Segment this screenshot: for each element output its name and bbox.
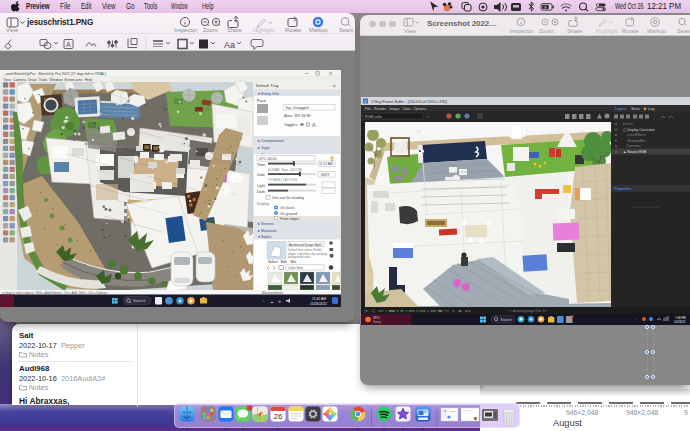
svg-text:File: File: [60, 2, 71, 11]
svg-text:Zoom: Zoom: [203, 27, 218, 33]
svg-text:Inspector: Inspector: [510, 28, 534, 34]
svg-text:Searc: Searc: [339, 27, 354, 33]
svg-text:View: View: [6, 27, 19, 33]
svg-text:Share: Share: [567, 28, 582, 34]
svg-text:or drag to select objects. Shi: or drag to select objects. Shift = Add/S…: [2, 291, 108, 295]
svg-text:26: 26: [274, 412, 283, 421]
svg-text:⌃: ⌃: [635, 318, 638, 322]
svg-text:▢ denoising image Over 1s: ▢ denoising image Over 1s: [509, 309, 546, 313]
svg-text:View: View: [404, 28, 417, 34]
svg-text:Color Sets: Color Sets: [288, 266, 303, 270]
svg-text:▾ Styles: ▾ Styles: [258, 234, 272, 239]
svg-text:06:28 AM Noon 04:01 PM: 06:28 AM Noon 04:01 PM: [268, 168, 303, 172]
svg-text:Highlight: Highlight: [253, 27, 275, 33]
svg-text:▢ Display Correction: ▢ Display Correction: [623, 128, 655, 132]
svg-text:J F M A M J J A S O N D: J F M A M J J A S O N D: [268, 178, 297, 182]
svg-text:View: View: [102, 2, 116, 11]
svg-text:On faces: On faces: [280, 206, 295, 210]
svg-text:Searc: Searc: [677, 28, 690, 34]
svg-text:Default Tray: Default Tray: [256, 83, 279, 88]
svg-text:Light: Light: [257, 184, 265, 188]
svg-text:Aa: Aa: [224, 40, 235, 50]
svg-text:Lens Effects: Lens Effects: [627, 133, 646, 137]
svg-text:V-Ray Frame Buffer - [100.0%: V-Ray Frame Buffer - [100.0% of 1920 x 9…: [371, 100, 447, 104]
svg-text:Highlight: Highlight: [596, 28, 619, 34]
svg-text:Edit: Edit: [81, 2, 92, 11]
svg-text:On ground: On ground: [280, 212, 297, 216]
svg-text:08/29: 08/29: [321, 173, 329, 177]
svg-text:Display:: Display:: [257, 202, 270, 206]
svg-text:Log: Log: [648, 107, 654, 111]
svg-text:×: ×: [333, 84, 336, 89]
svg-text:UTC-06:00: UTC-06:00: [259, 157, 277, 161]
svg-text:10/26/2022: 10/26/2022: [310, 302, 327, 306]
svg-text:Search: Search: [501, 318, 512, 322]
svg-text:Architectural Design Style1: Architectural Design Style1: [289, 243, 322, 247]
svg-text:A: A: [66, 41, 71, 48]
svg-text:Preview: Preview: [26, 2, 50, 11]
svg-text:11:12 AM: 11:12 AM: [319, 162, 333, 166]
svg-text:Measurements: Measurements: [262, 291, 283, 295]
svg-text:RGB color: RGB color: [365, 115, 383, 119]
svg-text:Denoiser: Denoiser: [627, 144, 641, 148]
svg-text:Face: Face: [257, 98, 267, 103]
svg-text:Inspector: Inspector: [174, 27, 197, 33]
svg-text:Layers: Layers: [615, 107, 626, 111]
svg-text:Stats: Stats: [631, 107, 640, 111]
svg-text:Markup: Markup: [309, 27, 328, 33]
svg-text:Use sun for shading: Use sun for shading: [272, 196, 304, 200]
svg-text:Properties: Properties: [614, 187, 631, 191]
svg-text:Select Edit Mix: Select Edit Mix: [268, 260, 296, 264]
svg-text:▾ Entity Info: ▾ Entity Info: [258, 91, 280, 96]
svg-text:...oom/SketchUpPro - SketchUp: ...oom/SketchUpPro - SketchUp Pro 2022 (…: [3, 72, 106, 76]
svg-text:Sunny: Sunny: [373, 320, 382, 324]
svg-text:From edges: From edges: [280, 217, 299, 221]
svg-text:Search: Search: [133, 298, 146, 303]
svg-text:Rotate: Rotate: [622, 28, 639, 34]
svg-text:Go: Go: [126, 2, 135, 11]
svg-text:▸ Materials: ▸ Materials: [258, 228, 277, 233]
svg-text:Time: Time: [257, 163, 265, 167]
svg-text:Rotate: Rotate: [285, 27, 301, 33]
svg-text:Wed Oct 26: Wed Oct 26: [615, 2, 644, 11]
svg-text:▸ Scenes: ▸ Scenes: [258, 221, 274, 226]
svg-text:12:21 PM: 12:21 PM: [647, 2, 681, 11]
svg-text:▸ Components: ▸ Components: [258, 138, 284, 143]
svg-text:Tools: Tools: [144, 2, 158, 11]
svg-text:File Render Image View: File Render Image View Options: [365, 107, 426, 111]
svg-text:Frame: Frame: [623, 122, 633, 126]
svg-text:background color.: background color.: [288, 255, 311, 259]
svg-text:▲ Source RGB: ▲ Source RGB: [623, 150, 647, 154]
svg-text:Markup: Markup: [647, 28, 666, 34]
svg-text:View Camera Draw Tools Win: View Camera Draw Tools Window Extensions…: [3, 78, 92, 82]
svg-text:Share: Share: [227, 27, 242, 33]
svg-text:V: V: [364, 99, 367, 104]
svg-text:⌃: ⌃: [262, 300, 265, 304]
svg-text:Toggles:: Toggles:: [284, 123, 298, 127]
svg-text:Zoom: Zoom: [539, 28, 554, 34]
svg-text:Area: 397.36 M²: Area: 397.36 M²: [284, 114, 312, 118]
svg-text:▸ Tags: ▸ Tags: [258, 145, 270, 150]
svg-text:Help: Help: [202, 2, 214, 11]
svg-text:SharpenBlur: SharpenBlur: [627, 139, 647, 143]
svg-text:Window: Window: [171, 2, 188, 11]
svg-text:Tag: Untagged: Tag: Untagged: [285, 106, 308, 110]
svg-text:[0. 4] 847 S Raw 5.00 1.000 3: [0. 4] 847 S Raw 5.00 1.000 3.000 1.000 …: [364, 309, 470, 313]
svg-text:Date: Date: [257, 173, 265, 177]
svg-text:Dark: Dark: [257, 190, 265, 194]
svg-text:⚙: ⚙: [278, 300, 281, 304]
svg-text:10/26/22: 10/26/22: [674, 320, 686, 324]
